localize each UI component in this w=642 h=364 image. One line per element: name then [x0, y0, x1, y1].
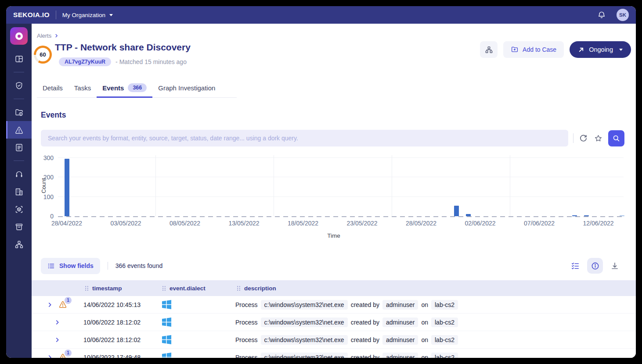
column-header-timestamp[interactable]: timestamp [83, 285, 161, 292]
graph-view-button[interactable] [480, 41, 498, 58]
info-panel-button[interactable] [587, 258, 603, 274]
warning-indicator[interactable]: 1 [58, 353, 68, 358]
column-header-event-dialect[interactable]: event.dialect [161, 285, 235, 292]
events-search-input[interactable] [41, 130, 568, 146]
sidebar-item-archives[interactable] [6, 218, 32, 236]
table-row[interactable]: 10/06/2022 18:12:02 Processc:\windows\sy… [32, 331, 636, 349]
chevron-down-icon[interactable] [619, 49, 623, 51]
expand-row-button[interactable] [47, 354, 53, 358]
brand-logo: SEKOIA.IO [13, 11, 50, 19]
sidebar-item-organizations[interactable] [6, 183, 32, 200]
table-header: timestamp event.dialect description [32, 280, 636, 296]
sidebar-item-protect[interactable] [6, 77, 32, 94]
sidebar-item-incidents[interactable] [6, 103, 32, 121]
sidebar-item-alerts[interactable] [6, 121, 32, 139]
shield-check-icon [14, 81, 24, 90]
event-description: Processc:\windows\system32\net.execreate… [235, 300, 636, 310]
warning-count-badge: 1 [65, 350, 72, 357]
user-avatar[interactable]: SK [617, 9, 629, 21]
chart-bar[interactable] [620, 215, 624, 216]
table-row[interactable]: 10/06/2022 18:12:02 Processc:\windows\sy… [32, 314, 636, 331]
sidebar-item-community[interactable] [6, 236, 32, 253]
headset-icon [14, 170, 24, 179]
download-button[interactable] [610, 261, 620, 271]
dashboard-icon [14, 54, 24, 64]
notifications-bell-icon[interactable] [596, 10, 607, 20]
event-dialect-cell [161, 317, 235, 327]
cube-scan-icon [14, 205, 24, 214]
breadcrumb[interactable]: Alerts [37, 32, 59, 39]
search-divider [573, 133, 573, 143]
select-events-button[interactable] [570, 261, 581, 271]
status-button[interactable]: Ongoing [570, 41, 631, 58]
process-path-chip: c:\windows\system32\net.exe [261, 318, 348, 327]
sidebar-item-reports[interactable] [6, 139, 32, 156]
chart-xaxis: 28/04/202203/05/202208/05/202213/05/2022… [58, 220, 624, 228]
chart-bar[interactable] [572, 215, 577, 216]
expand-row-button[interactable] [54, 337, 61, 343]
expand-row-button[interactable] [47, 302, 53, 308]
warning-indicator[interactable]: 1 [58, 300, 68, 310]
expand-row-button[interactable] [54, 319, 61, 325]
user-chip: adminuser [382, 318, 418, 327]
add-to-case-button[interactable]: Add to Case [503, 41, 564, 58]
tab-graph-investigation[interactable]: Graph Investigation [152, 79, 221, 97]
y-tick-label: 100 [37, 193, 54, 200]
app-window: SEKOIA.IO My Organization SK [6, 6, 636, 358]
report-document-icon [14, 143, 24, 152]
sekoia-logo[interactable] [10, 27, 28, 45]
h-gridline [58, 177, 624, 177]
drag-handle-icon [84, 285, 89, 291]
add-to-case-label: Add to Case [523, 46, 556, 53]
refresh-button[interactable] [578, 133, 588, 143]
search-button[interactable] [608, 130, 624, 146]
h-gridline [58, 157, 624, 158]
table-row[interactable]: 1 10/06/2022 17:49:48 Processc:\windows\… [32, 349, 636, 358]
chart-bar[interactable] [454, 206, 459, 216]
sidebar-divider [14, 72, 24, 72]
events-section-title: Events [41, 111, 66, 120]
sidebar-divider [14, 161, 24, 161]
chevron-right-icon [54, 33, 59, 38]
chevron-right-icon [47, 354, 53, 358]
events-found-count: 366 events found [115, 262, 162, 269]
v-gridline [155, 155, 156, 216]
topbar: SEKOIA.IO My Organization SK [6, 6, 636, 24]
x-tick-label: 12/06/2022 [583, 220, 613, 227]
v-gridline [392, 155, 392, 216]
show-fields-button[interactable]: Show fields [41, 258, 100, 274]
user-chip: adminuser [382, 353, 418, 358]
chart-bar[interactable] [584, 215, 589, 216]
table-toolbar: Show fields 366 events found [41, 257, 620, 275]
process-path-chip: c:\windows\system32\net.exe [261, 335, 348, 345]
organization-selector[interactable]: My Organization [62, 12, 113, 18]
chart-bar[interactable] [466, 214, 471, 216]
sidebar-item-dashboard[interactable] [6, 50, 32, 68]
tab-events[interactable]: Events 366 [97, 79, 152, 98]
breadcrumb-alerts-link[interactable]: Alerts [37, 32, 51, 39]
status-label: Ongoing [589, 46, 613, 53]
chart-bar[interactable] [65, 159, 69, 216]
alert-score-ring: 60 [34, 46, 52, 64]
topbar-divider [56, 11, 56, 19]
events-search-bar [41, 130, 624, 146]
event-timestamp: 10/06/2022 17:49:48 [83, 354, 161, 358]
star-icon [594, 134, 602, 143]
column-header-description[interactable]: description [235, 285, 636, 292]
arrow-up-right-icon [578, 46, 584, 53]
tab-details[interactable]: Details [37, 79, 69, 97]
matched-timestamp: - Matched 15 minutes ago [115, 58, 187, 65]
favorite-star-button[interactable] [593, 133, 603, 143]
sidebar-item-intakes[interactable] [6, 165, 32, 183]
chart-yaxis: 0100200300 [37, 158, 55, 216]
alert-triangle-icon [14, 125, 24, 135]
chevron-down-icon [109, 14, 113, 16]
y-tick-label: 300 [37, 154, 54, 161]
tab-tasks[interactable]: Tasks [69, 79, 97, 97]
page-title: TTP - Network share Discovery [55, 42, 191, 53]
chart-baseline [58, 216, 624, 217]
chevron-right-icon [54, 319, 61, 325]
tab-bar: Details Tasks Events 366 Graph Investiga… [37, 79, 237, 98]
sidebar-item-sandbox[interactable] [6, 200, 32, 218]
table-row[interactable]: 1 14/06/2022 10:45:13 Processc:\windows\… [32, 296, 636, 314]
